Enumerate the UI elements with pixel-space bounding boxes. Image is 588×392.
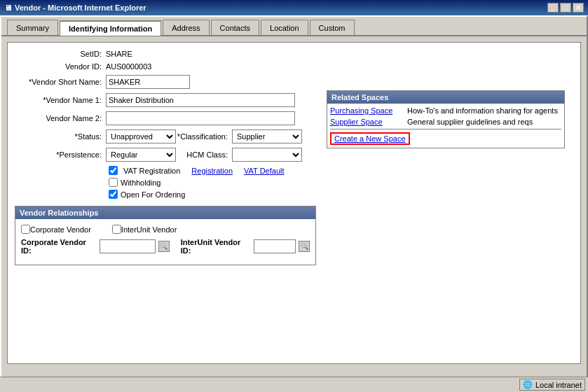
vendor-id-label: Vendor ID: bbox=[15, 62, 106, 71]
app-icon: 🖥 bbox=[4, 4, 12, 12]
vat-default-link[interactable]: VAT Default bbox=[244, 167, 284, 175]
corporate-vendor-id-label: Corporate Vendor ID: bbox=[21, 238, 98, 255]
vendor-id-row: Vendor ID: AUS0000003 bbox=[15, 62, 573, 71]
corporate-vendor-id-input[interactable] bbox=[100, 239, 156, 253]
corporate-vendor-checkbox-label: Corporate Vendor bbox=[30, 225, 91, 234]
persistence-select[interactable]: Regular Permanent Temporary bbox=[106, 148, 176, 162]
interunit-vendor-checkbox[interactable] bbox=[112, 225, 121, 234]
withholding-label: Withholding bbox=[121, 178, 160, 187]
space-row-supplier: Supplier Space General supplier guidelin… bbox=[330, 118, 561, 126]
vendor-rel-checkboxes-row: Corporate Vendor InterUnit Vendor bbox=[21, 225, 310, 234]
related-spaces-header: Related Spaces bbox=[327, 91, 564, 104]
vendor-relationships-header: Vendor Relationships bbox=[15, 206, 315, 219]
registration-link[interactable]: Registration bbox=[191, 167, 233, 175]
tab-location[interactable]: Location bbox=[261, 20, 308, 35]
globe-icon: 🌐 bbox=[523, 380, 533, 389]
persistence-hcm-row: *Persistence: Regular Permanent Temporar… bbox=[15, 148, 573, 162]
withholding-row: Withholding bbox=[109, 178, 573, 187]
tab-address[interactable]: Address bbox=[163, 20, 209, 35]
withholding-checkbox[interactable] bbox=[109, 178, 118, 187]
persistence-label: *Persistence: bbox=[15, 150, 106, 159]
spaces-divider bbox=[330, 129, 561, 130]
tab-identifying[interactable]: Identifying Information bbox=[60, 20, 161, 36]
maximize-button[interactable]: □ bbox=[560, 3, 571, 13]
main-window: Summary Identifying Information Address … bbox=[0, 15, 588, 392]
hcm-class-label: HCM Class: bbox=[176, 150, 232, 159]
title-bar: 🖥 Vendor - Microsoft Internet Explorer _… bbox=[0, 0, 588, 15]
close-button[interactable]: ✕ bbox=[573, 3, 584, 13]
vendor-short-name-row: *Vendor Short Name: bbox=[15, 75, 573, 89]
interunit-vendor-checkbox-label: InterUnit Vendor bbox=[121, 225, 177, 234]
classification-select[interactable]: Supplier Employee Other bbox=[232, 130, 302, 144]
open-for-ordering-row: Open For Ordering bbox=[109, 190, 573, 199]
interunit-vendor-id-input[interactable] bbox=[254, 239, 296, 253]
local-intranet-label: Local intranet bbox=[535, 381, 582, 389]
vat-registration-label: VAT Registration bbox=[123, 167, 180, 175]
open-for-ordering-checkbox[interactable] bbox=[109, 190, 118, 199]
vendor-id-value: AUS0000003 bbox=[106, 62, 151, 71]
setid-label: SetID: bbox=[15, 50, 106, 58]
space-row-purchasing: Purchasing Space How-To's and informatio… bbox=[330, 106, 561, 115]
interunit-vendor-id-label: InterUnit Vendor ID: bbox=[181, 238, 252, 255]
vendor-name1-input[interactable] bbox=[106, 93, 295, 107]
supplier-space-desc: General supplier guidelines and reqs bbox=[407, 118, 561, 126]
title-bar-title: 🖥 Vendor - Microsoft Internet Explorer bbox=[4, 4, 146, 12]
vendor-relationships-panel: Vendor Relationships Corporate Vendor In… bbox=[15, 206, 316, 265]
local-intranet-indicator: 🌐 Local intranet bbox=[519, 379, 585, 391]
title-bar-buttons[interactable]: _ □ ✕ bbox=[547, 3, 584, 13]
hcm-class-select[interactable] bbox=[232, 148, 302, 162]
setid-value: SHARE bbox=[106, 50, 132, 58]
vendor-name1-label: *Vendor Name 1: bbox=[15, 96, 106, 104]
corporate-vendor-checkbox[interactable] bbox=[21, 225, 30, 234]
setid-row: SetID: SHARE bbox=[15, 50, 573, 58]
vendor-rel-ids-row: Corporate Vendor ID: 🔍 InterUnit Vendor … bbox=[21, 238, 310, 255]
related-spaces-body: Purchasing Space How-To's and informatio… bbox=[327, 104, 564, 148]
status-bar: 🌐 Local intranet bbox=[0, 377, 588, 392]
supplier-space-link[interactable]: Supplier Space bbox=[330, 118, 407, 126]
interunit-vendor-search-button[interactable]: 🔍 bbox=[299, 241, 310, 252]
content-area: SetID: SHARE Vendor ID: AUS0000003 *Vend… bbox=[7, 42, 581, 364]
tab-summary[interactable]: Summary bbox=[7, 20, 58, 35]
tab-contacts[interactable]: Contacts bbox=[211, 20, 259, 35]
vendor-name2-input[interactable] bbox=[106, 111, 295, 125]
status-select[interactable]: Unapproved Approved Inactive bbox=[106, 130, 176, 144]
open-for-ordering-label: Open For Ordering bbox=[121, 190, 185, 199]
vendor-name2-label: Vendor Name 2: bbox=[15, 114, 106, 122]
corporate-vendor-search-button[interactable]: 🔍 bbox=[158, 241, 170, 252]
classification-label: *Classification: bbox=[176, 132, 232, 141]
create-new-space-link[interactable]: Create a New Space bbox=[330, 132, 410, 145]
purchasing-space-desc: How-To's and information sharing for age… bbox=[407, 106, 561, 115]
status-label: *Status: bbox=[15, 132, 106, 141]
vendor-short-name-input[interactable] bbox=[106, 75, 190, 89]
vat-registration-checkbox[interactable] bbox=[109, 166, 118, 175]
purchasing-space-link[interactable]: Purchasing Space bbox=[330, 106, 407, 115]
vendor-relationships-body: Corporate Vendor InterUnit Vendor Corpor… bbox=[15, 219, 315, 265]
vendor-short-name-label: *Vendor Short Name: bbox=[15, 78, 106, 86]
tab-strip: Summary Identifying Information Address … bbox=[1, 17, 587, 36]
tab-custom[interactable]: Custom bbox=[310, 20, 355, 35]
minimize-button[interactable]: _ bbox=[547, 3, 559, 13]
vat-registration-row: VAT Registration Registration VAT Defaul… bbox=[109, 166, 573, 175]
related-spaces-panel: Related Spaces Purchasing Space How-To's… bbox=[327, 90, 565, 148]
